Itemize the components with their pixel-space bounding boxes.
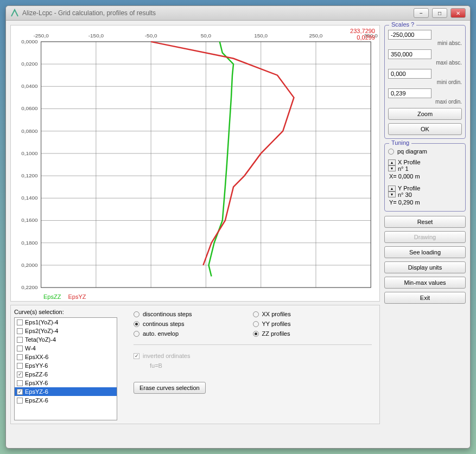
svg-text:0,0600: 0,0600 (21, 105, 38, 111)
legend-red: EpsYZ (68, 293, 86, 300)
svg-text:0,2200: 0,2200 (21, 284, 38, 290)
mini-absc-input[interactable] (388, 30, 431, 40)
erase-curves-button[interactable]: Erase curves selection (134, 382, 206, 394)
step-options: discontinous steps continous steps auto.… (134, 311, 253, 337)
checkbox-icon[interactable] (17, 319, 23, 325)
radio-continous[interactable]: continous steps (134, 321, 253, 327)
spin-up-icon[interactable]: ▲ (388, 186, 396, 191)
list-item[interactable]: Teta(YoZ)-4 (15, 335, 117, 344)
checkbox-icon[interactable] (17, 354, 23, 360)
svg-text:0,1400: 0,1400 (21, 195, 38, 201)
inverted-sub: fu=B (150, 362, 253, 369)
svg-text:-50,0: -50,0 (145, 33, 157, 39)
bottom-panel: Curve(s) selection: Eps1(YoZ)-4Eps2(YoZ)… (10, 305, 380, 424)
list-item[interactable]: ✓EpsYZ-6 (15, 387, 117, 396)
side-column: Scales ? mini absc. maxi absc. mini ordi… (384, 25, 466, 444)
xprofile-row: ▲▼ X Profilen° 1 (388, 159, 462, 172)
scales-title: Scales ? (389, 21, 416, 28)
checkbox-icon[interactable] (17, 337, 23, 343)
exit-button[interactable]: Exit (384, 292, 466, 304)
list-item[interactable]: ✓EpsZZ-6 (15, 370, 117, 379)
check-inverted: inverted ordinates (134, 353, 253, 359)
svg-text:150,0: 150,0 (254, 33, 268, 39)
xprofile-value: X= 0,000 m (389, 173, 462, 180)
checkbox-icon[interactable]: ✓ (17, 372, 23, 378)
xprofile-spinner[interactable]: ▲▼ (388, 159, 396, 171)
legend-green: EpsZZ (43, 293, 61, 300)
list-item[interactable]: Eps2(YoZ)-4 (15, 327, 117, 335)
list-item[interactable]: EpsZX-6 (15, 396, 117, 405)
svg-text:0,1600: 0,1600 (21, 217, 38, 223)
minmax-button[interactable]: Min-max values (384, 277, 466, 289)
zoom-button[interactable]: Zoom (388, 108, 462, 120)
main-column: 233,7290 0,0299 -250,0-150,0-50,050,0150… (10, 25, 380, 444)
mini-absc-label: mini absc. (399, 40, 462, 46)
cursor-readout: 233,7290 0,0299 (350, 28, 375, 41)
radio-yy[interactable]: YY profiles (253, 321, 372, 327)
maxi-ord-label: maxi ordin. (399, 99, 462, 105)
app-icon (10, 9, 19, 17)
list-item[interactable]: EpsYY-6 (15, 361, 117, 370)
cursor-x: 233,7290 (350, 28, 375, 34)
scales-fieldset: Scales ? mini absc. maxi absc. mini ordi… (384, 25, 466, 139)
radio-zz[interactable]: ZZ profiles (253, 330, 372, 337)
list-item[interactable]: Eps1(YoZ)-4 (15, 318, 117, 327)
svg-text:0,1800: 0,1800 (21, 240, 38, 246)
maxi-absc-input[interactable] (388, 49, 431, 59)
ok-button[interactable]: OK (388, 123, 462, 135)
chart-svg[interactable]: -250,0-150,0-50,050,0150,0250,0350,0 0,0… (11, 25, 379, 301)
window-title: Alize-Lcpc - Grid calculation, profiles … (22, 9, 410, 17)
mini-ord-input[interactable] (388, 69, 431, 79)
checkbox-icon[interactable] (17, 380, 23, 386)
svg-text:0,1000: 0,1000 (21, 150, 38, 156)
side-buttons: Reset Drawing See loading Display units … (384, 216, 466, 304)
maxi-ord-input[interactable] (388, 88, 431, 98)
content: 233,7290 0,0299 -250,0-150,0-50,050,0150… (6, 21, 470, 448)
spin-up-icon[interactable]: ▲ (388, 159, 396, 165)
svg-text:250,0: 250,0 (309, 33, 322, 39)
inverted-group: inverted ordinates fu=B Erase curves sel… (134, 353, 253, 394)
checkbox-icon[interactable] (17, 363, 23, 369)
curves-label: Curve(s) selection: (14, 309, 128, 315)
spin-down-icon[interactable]: ▼ (388, 165, 396, 171)
maxi-absc-label: maxi absc. (399, 60, 462, 66)
spin-down-icon[interactable]: ▼ (388, 191, 396, 197)
svg-text:0,1200: 0,1200 (21, 172, 38, 178)
list-item[interactable]: EpsXX-6 (15, 353, 117, 361)
drawing-button: Drawing (384, 231, 466, 243)
svg-text:-250,0: -250,0 (34, 33, 49, 39)
svg-text:0,0400: 0,0400 (21, 83, 38, 89)
list-item[interactable]: EpsXY-6 (15, 379, 117, 387)
see-loading-button[interactable]: See loading (384, 246, 466, 258)
curves-listbox[interactable]: Eps1(YoZ)-4Eps2(YoZ)-4Teta(YoZ)-4W-4EpsX… (14, 317, 117, 420)
options-column: discontinous steps continous steps auto.… (134, 309, 376, 420)
mini-ord-label: mini ordin. (399, 79, 462, 85)
curves-column: Curve(s) selection: Eps1(YoZ)-4Eps2(YoZ)… (14, 309, 128, 420)
radio-auto[interactable]: auto. envelop (134, 330, 253, 337)
svg-text:-150,0: -150,0 (88, 33, 104, 39)
display-units-button[interactable]: Display units (384, 261, 466, 273)
lower-option-row: inverted ordinates fu=B Erase curves sel… (134, 353, 372, 394)
checkbox-icon[interactable]: ✓ (17, 389, 23, 395)
list-item[interactable]: W-4 (15, 344, 117, 353)
checkbox-icon[interactable] (17, 398, 23, 404)
titlebar: Alize-Lcpc - Grid calculation, profiles … (6, 6, 470, 21)
profile-options: XX profiles YY profiles ZZ profiles (253, 311, 372, 337)
svg-text:50,0: 50,0 (201, 33, 212, 39)
checkbox-icon[interactable] (17, 346, 23, 351)
radio-pq[interactable]: pq diagram (388, 148, 462, 155)
checkbox-icon[interactable] (17, 328, 23, 334)
minimize-button[interactable]: − (414, 8, 429, 18)
svg-text:0,0000: 0,0000 (21, 39, 38, 44)
svg-text:0,0200: 0,0200 (21, 61, 38, 67)
yprofile-spinner[interactable]: ▲▼ (388, 186, 396, 197)
yprofile-value: Y= 0,290 m (389, 199, 462, 206)
reset-button[interactable]: Reset (384, 216, 466, 228)
radio-xx[interactable]: XX profiles (253, 311, 372, 317)
tuning-title: Tuning (389, 139, 411, 146)
option-row: discontinous steps continous steps auto.… (134, 311, 372, 337)
radio-discontinous[interactable]: discontinous steps (134, 311, 253, 317)
close-button[interactable]: ✕ (450, 8, 466, 18)
chart-area: 233,7290 0,0299 -250,0-150,0-50,050,0150… (10, 25, 380, 302)
maximize-button[interactable]: □ (432, 8, 447, 18)
